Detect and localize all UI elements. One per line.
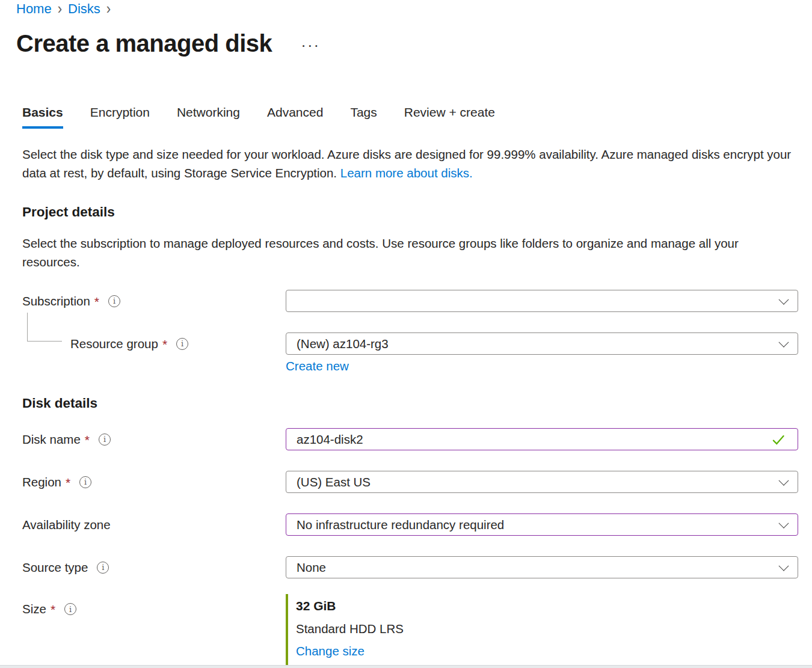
info-icon[interactable]: i [176,338,188,350]
tab-basics[interactable]: Basics [22,105,63,129]
info-icon[interactable]: i [108,295,120,307]
resource-group-label-text: Resource group [70,337,158,351]
disk-name-label: Disk name * i [22,432,286,447]
availability-zone-control: No infrastructure redundancy required [286,513,798,536]
availability-zone-label-text: Availability zone [22,518,111,532]
size-summary-block: 32 GiB Standard HDD LRS Change size [286,594,798,668]
region-dropdown[interactable]: (US) East US [286,471,798,493]
subscription-control [286,290,798,312]
size-control: 32 GiB Standard HDD LRS Change size [286,594,798,668]
disk-name-label-text: Disk name [22,432,81,447]
title-row: Create a managed disk ··· [16,29,798,57]
region-value: (US) East US [297,475,371,489]
chevron-right-icon: › [106,1,111,16]
change-size-link[interactable]: Change size [296,644,364,658]
tab-encryption[interactable]: Encryption [90,105,150,129]
info-icon[interactable]: i [97,562,109,574]
intro-text: Select the disk type and size needed for… [22,145,798,182]
tab-tags[interactable]: Tags [350,105,377,129]
chevron-down-icon [779,560,789,571]
size-row: Size * i 32 GiB Standard HDD LRS Change … [22,594,798,668]
info-icon[interactable]: i [79,476,91,488]
resource-group-dropdown[interactable]: (New) az104-rg3 [286,332,798,355]
required-asterisk: * [51,602,55,617]
section-heading-project-details: Project details [22,204,798,221]
availability-zone-row: Availability zone No infrastructure redu… [22,513,798,536]
region-label: Region * i [22,475,286,489]
valid-check-icon [770,432,787,447]
source-type-row: Source type i None [22,556,798,578]
chevron-down-icon [779,475,789,485]
create-new-row: Create new [286,359,798,373]
region-row: Region * i (US) East US [22,471,798,493]
breadcrumb-disks[interactable]: Disks [68,1,100,17]
resource-group-row: Resource group * i (New) az104-rg3 [22,332,798,355]
source-type-value: None [297,560,326,575]
availability-zone-label: Availability zone [22,518,286,532]
tab-bar: Basics Encryption Networking Advanced Ta… [22,105,798,129]
source-type-label: Source type i [22,560,286,575]
section-heading-disk-details: Disk details [22,395,798,412]
disk-name-row: Disk name * i [22,428,798,450]
info-icon[interactable]: i [64,603,76,615]
more-options-icon[interactable]: ··· [301,39,320,51]
required-asterisk: * [162,337,167,352]
region-label-text: Region [22,475,61,489]
source-type-control: None [286,556,798,578]
create-managed-disk-page: Home › Disks › Create a managed disk ···… [0,0,812,668]
availability-zone-value: No infrastructure redundancy required [297,518,504,532]
disk-name-field-wrapper [286,428,798,450]
create-new-link[interactable]: Create new [286,359,349,373]
disk-name-input[interactable] [297,432,770,447]
required-asterisk: * [85,433,90,447]
tab-advanced[interactable]: Advanced [267,105,323,129]
chevron-down-icon [779,337,789,347]
project-details-description: Select the subscription to manage deploy… [22,234,792,271]
subscription-dropdown[interactable] [286,290,798,312]
chevron-down-icon [779,518,789,528]
subscription-label: Subscription * i [22,294,286,308]
size-label: Size * i [22,594,286,616]
breadcrumb-home[interactable]: Home [16,1,52,17]
size-value: 32 GiB [296,599,798,613]
tab-networking[interactable]: Networking [177,105,240,129]
learn-more-link[interactable]: Learn more about disks. [340,166,473,180]
page-title: Create a managed disk [16,29,272,57]
subscription-label-text: Subscription [22,294,90,308]
source-type-dropdown[interactable]: None [286,556,798,578]
resource-group-control: (New) az104-rg3 [286,332,798,355]
required-asterisk: * [66,476,70,490]
region-control: (US) East US [286,471,798,493]
basics-form: Subscription * i Resource group * i [22,290,798,668]
disk-name-control [286,428,798,450]
breadcrumb: Home › Disks › [16,1,798,17]
info-icon[interactable]: i [99,434,111,446]
availability-zone-dropdown[interactable]: No infrastructure redundancy required [286,513,798,536]
required-asterisk: * [94,295,99,309]
chevron-right-icon: › [58,1,62,16]
resource-group-value: (New) az104-rg3 [297,337,389,351]
subscription-row: Subscription * i [22,290,798,312]
size-label-text: Size [22,602,46,616]
source-type-label-text: Source type [22,560,88,575]
size-sku: Standard HDD LRS [296,622,798,636]
tab-review-create[interactable]: Review + create [404,105,495,129]
parent-child-connector-line [27,313,62,342]
bottom-scrollbar-track[interactable] [0,665,812,668]
chevron-down-icon [779,294,789,304]
